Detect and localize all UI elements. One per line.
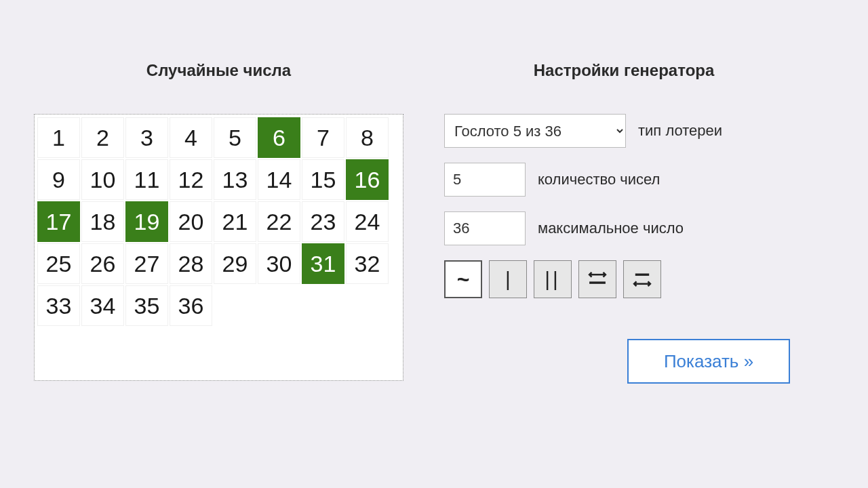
number-cell-22[interactable]: 22 bbox=[258, 201, 300, 242]
number-cell-14[interactable]: 14 bbox=[258, 159, 300, 200]
generator-settings-title: Настройки генератора bbox=[444, 61, 804, 80]
number-cell-16[interactable]: 16 bbox=[346, 159, 389, 200]
number-cell-2[interactable]: 2 bbox=[81, 117, 124, 158]
number-cell-7[interactable]: 7 bbox=[302, 117, 344, 158]
tool-button-tilde[interactable]: ~ bbox=[444, 260, 482, 298]
number-cell-15[interactable]: 15 bbox=[302, 159, 344, 200]
max-input[interactable] bbox=[444, 211, 526, 245]
number-grid: 1234567891011121314151617181920212223242… bbox=[37, 117, 400, 326]
number-cell-35[interactable]: 35 bbox=[125, 285, 168, 326]
lottery-type-select[interactable]: Гослото 5 из 36 bbox=[444, 114, 626, 148]
number-cell-11[interactable]: 11 bbox=[125, 159, 168, 200]
number-cell-31[interactable]: 31 bbox=[302, 243, 344, 284]
generator-settings-panel: Настройки генератора Гослото 5 из 36 тип… bbox=[444, 61, 804, 384]
number-cell-6[interactable]: 6 bbox=[258, 117, 300, 158]
number-cell-13[interactable]: 13 bbox=[214, 159, 256, 200]
number-cell-33[interactable]: 33 bbox=[37, 285, 80, 326]
number-cell-1[interactable]: 1 bbox=[37, 117, 80, 158]
count-label: количество чисел bbox=[538, 171, 660, 188]
number-cell-10[interactable]: 10 bbox=[81, 159, 124, 200]
swap-stacked-icon bbox=[631, 268, 654, 291]
number-cell-27[interactable]: 27 bbox=[125, 243, 168, 284]
max-row: максимальное число bbox=[444, 211, 804, 245]
number-cell-36[interactable]: 36 bbox=[170, 285, 212, 326]
number-cell-34[interactable]: 34 bbox=[81, 285, 124, 326]
number-cell-9[interactable]: 9 bbox=[37, 159, 80, 200]
tool-button-swap-h[interactable] bbox=[578, 260, 616, 298]
number-cell-21[interactable]: 21 bbox=[214, 201, 256, 242]
number-cell-18[interactable]: 18 bbox=[81, 201, 124, 242]
count-input[interactable] bbox=[444, 163, 526, 197]
tilde-icon: ~ bbox=[457, 267, 470, 292]
number-cell-24[interactable]: 24 bbox=[346, 201, 389, 242]
number-cell-17[interactable]: 17 bbox=[37, 201, 80, 242]
number-cell-8[interactable]: 8 bbox=[346, 117, 389, 158]
swap-horizontal-icon bbox=[586, 268, 609, 291]
tool-button-bar2[interactable]: || bbox=[534, 260, 572, 298]
submit-row: Показать » bbox=[444, 339, 804, 384]
lottery-type-label: тип лотереи bbox=[638, 122, 722, 140]
tool-button-swap-v[interactable] bbox=[623, 260, 661, 298]
tool-button-bar1[interactable]: | bbox=[489, 260, 527, 298]
number-cell-26[interactable]: 26 bbox=[81, 243, 124, 284]
random-numbers-title: Случайные числа bbox=[34, 61, 403, 80]
random-numbers-panel: Случайные числа 123456789101112131415161… bbox=[34, 61, 403, 384]
number-cell-32[interactable]: 32 bbox=[346, 243, 389, 284]
number-cell-28[interactable]: 28 bbox=[170, 243, 212, 284]
number-cell-23[interactable]: 23 bbox=[302, 201, 344, 242]
number-cell-29[interactable]: 29 bbox=[214, 243, 256, 284]
number-cell-20[interactable]: 20 bbox=[170, 201, 212, 242]
double-bar-icon: || bbox=[545, 268, 561, 291]
show-button[interactable]: Показать » bbox=[627, 339, 790, 384]
number-cell-19[interactable]: 19 bbox=[125, 201, 168, 242]
number-cell-5[interactable]: 5 bbox=[214, 117, 256, 158]
count-row: количество чисел bbox=[444, 163, 804, 197]
lottery-type-row: Гослото 5 из 36 тип лотереи bbox=[444, 114, 804, 148]
single-bar-icon: | bbox=[505, 268, 511, 291]
max-label: максимальное число bbox=[538, 220, 684, 237]
number-cell-25[interactable]: 25 bbox=[37, 243, 80, 284]
tool-button-row: ~||| bbox=[444, 260, 804, 298]
number-cell-12[interactable]: 12 bbox=[170, 159, 212, 200]
number-grid-wrapper: 1234567891011121314151617181920212223242… bbox=[34, 114, 403, 381]
number-cell-4[interactable]: 4 bbox=[170, 117, 212, 158]
number-cell-30[interactable]: 30 bbox=[258, 243, 300, 284]
number-cell-3[interactable]: 3 bbox=[125, 117, 168, 158]
app-container: Случайные числа 123456789101112131415161… bbox=[0, 0, 868, 384]
